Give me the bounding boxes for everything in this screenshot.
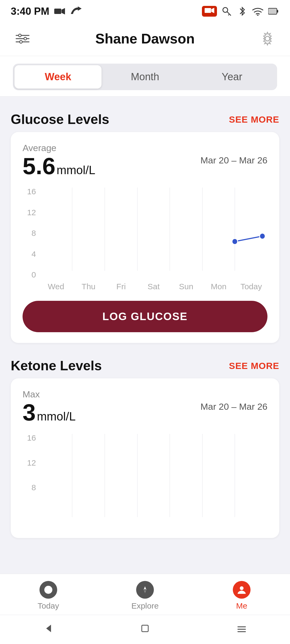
ketone-y-12: 12 [23, 459, 36, 467]
svg-marker-34 [144, 586, 146, 590]
page-title: Shane Dawson [95, 31, 195, 47]
svg-point-15 [24, 37, 27, 40]
home-button[interactable] [137, 620, 153, 636]
svg-point-33 [44, 586, 52, 594]
svg-line-24 [235, 236, 262, 241]
ketone-y-labels: 16 12 8 [23, 434, 36, 525]
filter-button[interactable] [13, 29, 32, 48]
glucose-x-sat: Sat [137, 282, 170, 291]
glucose-card: Average 5.6 mmol/L Mar 20 – Mar 26 16 12… [11, 132, 279, 343]
gap-1 [0, 97, 290, 104]
svg-point-25 [232, 239, 238, 244]
glucose-y-4: 4 [23, 250, 36, 258]
svg-point-26 [260, 233, 265, 239]
ketone-stat-label: Max [23, 389, 76, 400]
bottom-nav-items: Today Explore [0, 574, 290, 615]
glucose-value: 5.6 [23, 153, 55, 179]
back-button[interactable] [40, 620, 56, 636]
tab-month[interactable]: Month [102, 65, 189, 89]
svg-point-36 [240, 586, 244, 590]
route-icon [70, 5, 82, 17]
status-left: 3:40 PM [11, 5, 82, 17]
glucose-x-fri: Fri [105, 282, 137, 291]
ketone-stat-value-row: 3 mmol/L [23, 401, 76, 424]
explore-icon [136, 580, 154, 599]
ketone-see-more-button[interactable]: SEE MORE [229, 361, 279, 371]
ketone-title: Ketone Levels [11, 358, 102, 374]
settings-button[interactable] [258, 29, 277, 48]
status-bar: 3:40 PM [0, 0, 290, 21]
nav-label-me: Me [236, 601, 247, 610]
ketone-unit: mmol/L [37, 410, 75, 423]
android-nav [0, 615, 290, 644]
glucose-stat-value-row: 5.6 mmol/L [23, 154, 95, 178]
nav-item-me[interactable]: Me [193, 580, 290, 610]
nav-label-explore: Explore [131, 601, 159, 610]
svg-rect-9 [277, 10, 278, 13]
ketone-section: Ketone Levels SEE MORE Max 3 mmol/L Mar … [0, 350, 290, 546]
today-circle [39, 581, 57, 599]
nav-label-today: Today [38, 601, 59, 610]
glucose-title: Glucose Levels [11, 112, 109, 127]
ketone-stat-block: Max 3 mmol/L [23, 389, 76, 424]
glucose-x-thu: Thu [72, 282, 105, 291]
glucose-x-wed: Wed [40, 282, 72, 291]
svg-line-6 [228, 14, 229, 15]
glucose-x-sun: Sun [170, 282, 202, 291]
glucose-chart-plot [40, 188, 267, 279]
svg-point-7 [257, 14, 259, 16]
bottom-nav: Today Explore [0, 574, 290, 644]
battery-icon [267, 5, 279, 17]
svg-rect-38 [142, 625, 148, 632]
me-circle [233, 581, 251, 599]
record-indicator [202, 6, 217, 17]
segment-container: Week Month Year [0, 56, 290, 90]
ketone-value: 3 [23, 399, 36, 426]
glucose-see-more-button[interactable]: SEE MORE [229, 114, 279, 125]
menu-button[interactable] [234, 620, 250, 636]
ketone-chart-plot [40, 434, 267, 525]
glucose-date-range: Mar 20 – Mar 26 [201, 155, 267, 166]
ketone-card: Max 3 mmol/L Mar 20 – Mar 26 16 12 8 [11, 378, 279, 538]
me-icon [232, 580, 251, 599]
tab-year[interactable]: Year [189, 65, 276, 89]
ketone-section-header: Ketone Levels SEE MORE [11, 350, 279, 378]
glucose-x-mon: Mon [202, 282, 235, 291]
glucose-y-labels: 16 12 8 4 0 [23, 188, 36, 279]
glucose-section-header: Glucose Levels SEE MORE [11, 104, 279, 132]
nav-item-today[interactable]: Today [0, 580, 97, 610]
svg-rect-10 [269, 9, 276, 14]
ketone-stat-row: Max 3 mmol/L Mar 20 – Mar 26 [23, 389, 267, 424]
log-glucose-button[interactable]: LOG GLUCOSE [23, 301, 267, 332]
video-icon [54, 5, 66, 17]
ketone-y-16: 16 [23, 434, 36, 442]
svg-point-14 [19, 34, 21, 37]
glucose-stat-block: Average 5.6 mmol/L [23, 143, 95, 178]
svg-marker-3 [211, 8, 214, 13]
glucose-stat-row: Average 5.6 mmol/L Mar 20 – Mar 26 [23, 143, 267, 178]
header: Shane Dawson [0, 21, 290, 56]
bluetooth-icon [236, 5, 248, 17]
ketone-y-8: 8 [23, 484, 36, 492]
status-icons-right [202, 5, 279, 17]
svg-point-16 [20, 41, 22, 43]
glucose-stat-label: Average [23, 143, 95, 153]
tab-week[interactable]: Week [15, 65, 102, 89]
wifi-icon [252, 5, 264, 17]
svg-rect-0 [54, 9, 61, 14]
glucose-y-12: 12 [23, 208, 36, 217]
segment-control: Week Month Year [13, 64, 277, 90]
explore-circle [136, 581, 154, 599]
ketone-date-range: Mar 20 – Mar 26 [201, 401, 267, 412]
status-time: 3:40 PM [11, 6, 49, 17]
svg-point-17 [265, 36, 270, 41]
glucose-unit: mmol/L [57, 163, 95, 177]
svg-marker-1 [61, 8, 65, 14]
nav-item-explore[interactable]: Explore [97, 580, 193, 610]
svg-marker-37 [46, 625, 51, 632]
glucose-chart: 16 12 8 4 0 [23, 188, 267, 279]
glucose-section: Glucose Levels SEE MORE Average 5.6 mmol… [0, 104, 290, 350]
glucose-y-0: 0 [23, 271, 36, 279]
glucose-x-labels: Wed Thu Fri Sat Sun Mon Today [23, 282, 267, 291]
svg-marker-35 [144, 590, 146, 593]
